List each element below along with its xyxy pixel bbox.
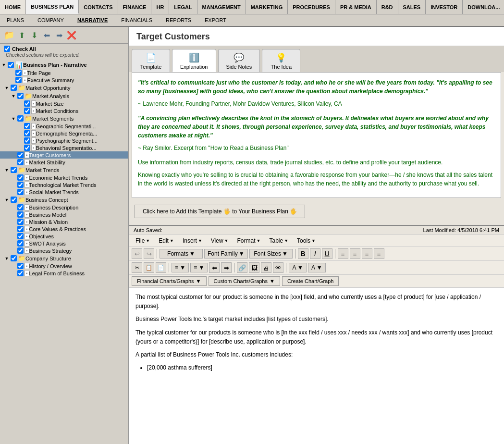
add-template-button[interactable]: Click here to Add this Template 🖐 to You…: [135, 205, 305, 218]
highlight-color-button[interactable]: A ▼: [308, 263, 326, 272]
underline-button[interactable]: U: [322, 248, 332, 259]
unordered-list-button[interactable]: ≡ ▼: [172, 263, 189, 272]
menu-tools[interactable]: Tools ▼: [293, 236, 320, 245]
tree-checkbox[interactable]: [17, 189, 24, 195]
tree-checkbox[interactable]: [24, 145, 30, 151]
tree-item-company-structure[interactable]: ▼ 📁 Company Structure: [0, 254, 128, 262]
tree-checkbox[interactable]: [17, 240, 24, 247]
tree-checkbox[interactable]: [17, 182, 24, 188]
outdent-button[interactable]: ⬅: [209, 262, 220, 273]
tree-checkbox[interactable]: [11, 167, 17, 173]
preview-button[interactable]: 👁: [273, 262, 283, 273]
link-button[interactable]: 🔗: [237, 262, 247, 273]
nav-business-plan[interactable]: BUSINESS PLAN: [26, 0, 79, 14]
tree-item-history[interactable]: ▪ History / Overview: [0, 262, 128, 270]
tree-item-market-analysis[interactable]: ▼ 📁 Market Analysis: [0, 92, 128, 100]
delete-button[interactable]: ❌: [66, 30, 77, 40]
tree-checkbox[interactable]: [17, 219, 24, 225]
nav-home[interactable]: HOME: [0, 0, 26, 14]
nav-reports[interactable]: REPORTS: [159, 14, 198, 26]
tree-checkbox[interactable]: [8, 62, 14, 68]
tree-checkbox[interactable]: [24, 137, 30, 144]
cut-button[interactable]: ✂: [132, 262, 142, 273]
tree-item-technological[interactable]: ▪ Technological Market Trends: [0, 181, 128, 188]
redo-button[interactable]: ↪: [144, 248, 154, 259]
tree-item-business-concept[interactable]: ▼ 📁 Business Concept: [0, 196, 128, 204]
forward-button[interactable]: ➡: [54, 30, 64, 40]
tree-checkbox[interactable]: [17, 115, 24, 122]
menu-edit[interactable]: Edit ▼: [155, 236, 178, 245]
tree-item-business-description[interactable]: ▪ Business Description: [0, 204, 128, 211]
tree-checkbox[interactable]: [11, 197, 17, 203]
tree-item-market-stability[interactable]: ▪ Market Stability: [0, 159, 128, 166]
ordered-list-button[interactable]: ≡ ▼: [190, 263, 208, 272]
create-chart-button[interactable]: Create Chart/Graph: [282, 276, 339, 286]
tree-checkbox[interactable]: [24, 123, 30, 129]
nav-rd[interactable]: R&D: [377, 0, 398, 14]
tree-item-market-segments[interactable]: ▼ 📁 Market Segments: [0, 114, 128, 123]
tree-item-psychographic[interactable]: ▪ Psychographic Segment...: [0, 137, 128, 144]
add-button[interactable]: 📁: [4, 30, 14, 40]
tree-item-title-page[interactable]: ▪ Title Page: [0, 69, 128, 76]
image-button[interactable]: 🖼: [249, 262, 259, 273]
tree-item-behavioral[interactable]: ▪ Behavioral Segmentatio...: [0, 144, 128, 151]
copy-button[interactable]: 📋: [144, 262, 154, 273]
tree-item-business-model[interactable]: ▪ Business Model: [0, 211, 128, 218]
nav-download[interactable]: DOWNLOA...: [463, 0, 504, 14]
nav-financials[interactable]: FINANCIALS: [114, 14, 159, 26]
tree-checkbox[interactable]: [11, 255, 17, 261]
tree-checkbox[interactable]: [17, 270, 24, 276]
tree-checkbox[interactable]: [17, 204, 24, 210]
nav-marketing[interactable]: MARKETING: [246, 0, 288, 14]
nav-pr-media[interactable]: PR & MEDIA: [335, 0, 377, 14]
tab-the-idea[interactable]: 💡 The Idea: [262, 49, 300, 72]
tree-item-demographic[interactable]: ▪ Demographic Segmenta...: [0, 130, 128, 137]
menu-file[interactable]: File ▼: [132, 236, 154, 245]
tree-item-market-trends[interactable]: ▼ 📁 Market Trends: [0, 166, 128, 174]
nav-sales[interactable]: SALES: [398, 0, 426, 14]
print-button[interactable]: 🖨: [261, 262, 271, 273]
tree-item-geographic[interactable]: ▪ Geographic Segmentati...: [0, 123, 128, 130]
font-color-button[interactable]: A ▼: [289, 263, 307, 272]
tree-checkbox[interactable]: [17, 159, 24, 165]
tab-template[interactable]: 📄 Template: [132, 49, 170, 72]
tree-checkbox[interactable]: [17, 247, 24, 254]
tree-item-target-customers[interactable]: ▪ Target Customers: [0, 151, 128, 159]
tab-side-notes[interactable]: 💬 Side Notes: [218, 49, 260, 72]
align-justify-button[interactable]: ≡: [374, 248, 384, 259]
tab-explanation[interactable]: ℹ️ Explanation: [172, 49, 216, 72]
nav-management[interactable]: MANAGEMENT: [197, 0, 246, 14]
tree-checkbox[interactable]: [17, 211, 24, 218]
undo-button[interactable]: ↩: [132, 248, 142, 259]
custom-charts-button[interactable]: Custom Charts/Graphs ▼: [209, 276, 280, 286]
move-up-button[interactable]: ⬆: [16, 30, 27, 40]
tree-checkbox[interactable]: [17, 174, 24, 181]
tree-item-core-values[interactable]: ▪ Core Values & Practices: [0, 225, 128, 233]
nav-contacts[interactable]: CONTACTS: [79, 0, 118, 14]
tree-item-root[interactable]: ▼ 📊 Business Plan - Narrative: [0, 61, 128, 69]
nav-investor[interactable]: INVESTOR: [426, 0, 463, 14]
nav-hr[interactable]: HR: [151, 0, 169, 14]
tree-item-business-strategy[interactable]: ▪ Business Strategy: [0, 247, 128, 254]
check-all-checkbox[interactable]: [4, 46, 10, 52]
tree-checkbox[interactable]: [24, 108, 30, 114]
tree-item-social[interactable]: ▪ Social Market Trends: [0, 188, 128, 196]
editor-content[interactable]: The most typical customer for our produc…: [129, 288, 504, 444]
tree-checkbox[interactable]: [17, 233, 24, 239]
bold-button[interactable]: B: [298, 248, 308, 259]
nav-procedures[interactable]: PROCEDURES: [288, 0, 335, 14]
paste-button[interactable]: 📄: [156, 262, 166, 273]
tree-checkbox[interactable]: [17, 226, 24, 232]
italic-button[interactable]: I: [310, 248, 320, 259]
tree-item-economic[interactable]: ▪ Economic Market Trends: [0, 174, 128, 181]
menu-format[interactable]: Format ▼: [234, 236, 265, 245]
tree-checkbox[interactable]: [17, 152, 24, 158]
tree-checkbox[interactable]: [24, 130, 30, 136]
tree-checkbox[interactable]: [17, 93, 24, 99]
nav-narrative[interactable]: NARRATIVE: [71, 14, 114, 26]
nav-company[interactable]: COMPANY: [31, 14, 71, 26]
check-all-label[interactable]: Check All: [4, 46, 124, 52]
indent-button[interactable]: ➡: [221, 262, 232, 273]
font-family-dropdown[interactable]: Font Family ▼: [204, 249, 248, 259]
tree-checkbox[interactable]: [11, 85, 17, 91]
